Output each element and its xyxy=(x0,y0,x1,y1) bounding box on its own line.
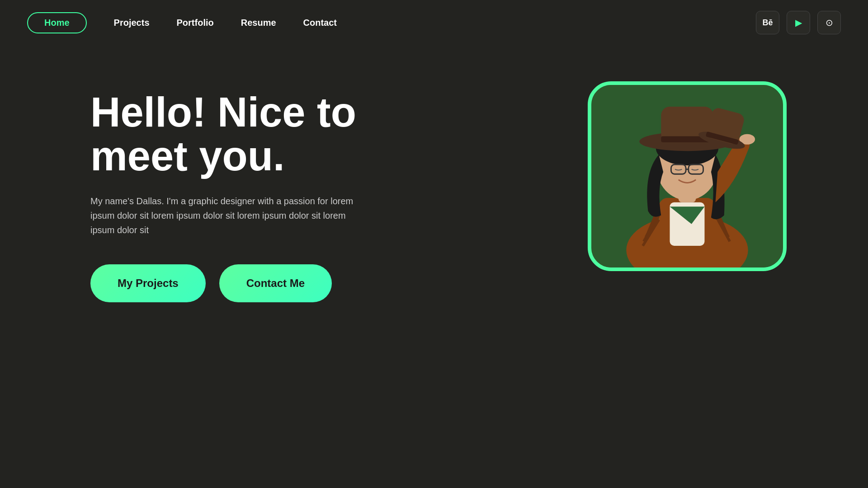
youtube-button[interactable]: ▶ xyxy=(787,11,810,34)
avatar-container xyxy=(588,81,787,271)
nav-item-contact[interactable]: Contact xyxy=(303,18,337,28)
nav-right: Bē ▶ ⊙ xyxy=(756,11,841,34)
avatar-illustration xyxy=(591,85,783,267)
navbar: Home Projects Portfolio Resume Contact B… xyxy=(0,0,868,45)
nav-link-projects[interactable]: Projects xyxy=(114,18,150,28)
nav-item-resume[interactable]: Resume xyxy=(241,18,276,28)
main-content: Hello! Nice to meet you. My name's Dalla… xyxy=(0,45,868,302)
nav-link-resume[interactable]: Resume xyxy=(241,18,276,28)
hero-description: My name's Dallas. I'm a graphic designer… xyxy=(90,194,362,237)
github-icon: ⊙ xyxy=(826,17,833,28)
hero-text: Hello! Nice to meet you. My name's Dalla… xyxy=(90,90,398,302)
contact-me-button[interactable]: Contact Me xyxy=(219,264,332,302)
nav-link-portfolio[interactable]: Portfolio xyxy=(177,18,214,28)
home-button[interactable]: Home xyxy=(27,12,87,33)
hero-heading: Hello! Nice to meet you. xyxy=(90,90,398,178)
behance-icon: Bē xyxy=(762,18,773,28)
nav-link-contact[interactable]: Contact xyxy=(303,18,337,28)
nav-item-portfolio[interactable]: Portfolio xyxy=(177,18,214,28)
nav-left: Home Projects Portfolio Resume Contact xyxy=(27,12,337,33)
nav-links: Projects Portfolio Resume Contact xyxy=(114,18,337,28)
youtube-icon: ▶ xyxy=(795,17,802,28)
hero-buttons: My Projects Contact Me xyxy=(90,264,398,302)
avatar-frame xyxy=(588,81,787,271)
behance-button[interactable]: Bē xyxy=(756,11,779,34)
nav-item-projects[interactable]: Projects xyxy=(114,18,150,28)
github-button[interactable]: ⊙ xyxy=(817,11,841,34)
my-projects-button[interactable]: My Projects xyxy=(90,264,206,302)
